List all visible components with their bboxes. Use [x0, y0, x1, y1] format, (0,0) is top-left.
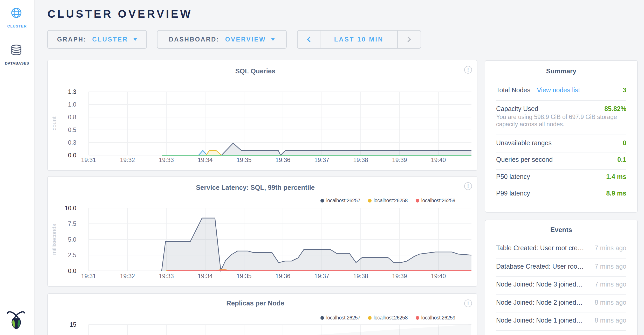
svg-text:1.0: 1.0 [68, 101, 76, 108]
svg-text:19:37: 19:37 [314, 157, 329, 163]
svg-text:0.5: 0.5 [68, 127, 76, 133]
svg-text:milliseconds: milliseconds [51, 224, 57, 255]
svg-text:19:39: 19:39 [392, 273, 407, 280]
svg-text:19:38: 19:38 [353, 157, 368, 163]
svg-text:2.5: 2.5 [68, 252, 76, 259]
svg-text:19:36: 19:36 [276, 273, 291, 280]
svg-text:19:38: 19:38 [353, 273, 368, 280]
svg-text:10.0: 10.0 [65, 205, 76, 212]
svg-text:0.8: 0.8 [68, 114, 76, 121]
svg-text:count: count [51, 116, 57, 130]
svg-text:19:32: 19:32 [120, 273, 135, 280]
svg-text:19:31: 19:31 [81, 157, 96, 163]
svg-text:5.0: 5.0 [68, 236, 76, 243]
svg-text:15: 15 [70, 322, 76, 328]
svg-text:19:39: 19:39 [392, 157, 407, 163]
svg-text:1.3: 1.3 [68, 88, 76, 95]
svg-text:19:36: 19:36 [276, 157, 291, 163]
svg-text:0.3: 0.3 [68, 139, 76, 146]
svg-text:0.0: 0.0 [68, 152, 76, 159]
svg-text:19:33: 19:33 [159, 157, 174, 163]
svg-text:19:32: 19:32 [120, 157, 135, 163]
svg-text:19:35: 19:35 [237, 273, 252, 280]
svg-text:19:35: 19:35 [237, 157, 252, 163]
svg-text:19:33: 19:33 [159, 273, 174, 280]
svg-text:19:31: 19:31 [81, 273, 96, 280]
svg-text:19:34: 19:34 [198, 157, 213, 163]
svg-text:19:40: 19:40 [431, 273, 446, 280]
svg-text:19:40: 19:40 [431, 157, 446, 163]
svg-text:19:37: 19:37 [314, 273, 329, 280]
svg-text:19:34: 19:34 [198, 273, 213, 280]
svg-text:7.5: 7.5 [68, 221, 76, 227]
svg-text:10: 10 [70, 334, 76, 335]
svg-text:0.0: 0.0 [68, 268, 76, 274]
